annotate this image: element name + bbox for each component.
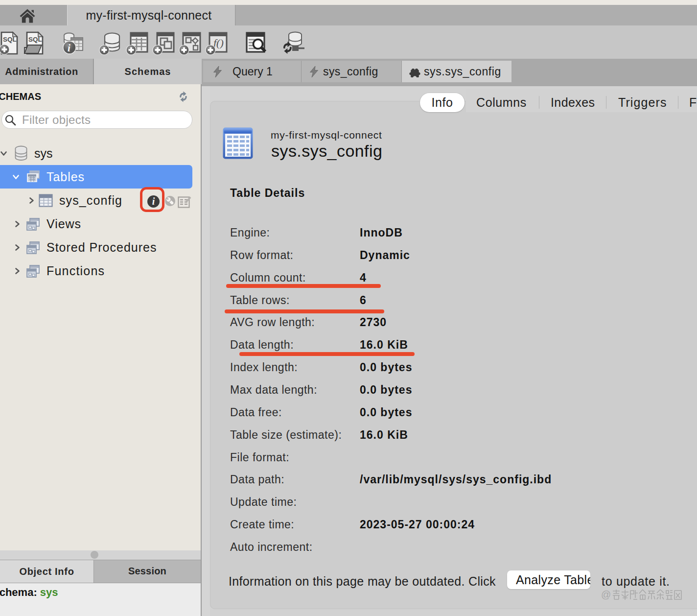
svg-text:f(): f()	[213, 37, 224, 49]
svg-text:@: @	[601, 589, 611, 600]
svg-text:i: i	[68, 42, 70, 54]
svg-text:SQL: SQL	[28, 36, 42, 43]
svg-text:SQL: SQL	[3, 36, 17, 43]
